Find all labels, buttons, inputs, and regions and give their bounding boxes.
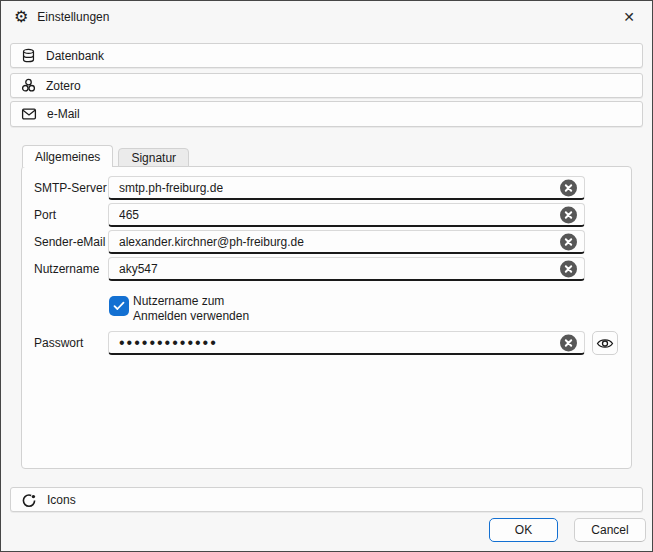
port-row: Port 465 (34, 203, 585, 227)
section-label: Icons (47, 493, 76, 507)
database-icon (21, 48, 36, 63)
clear-icon[interactable] (560, 233, 577, 250)
settings-gear-icon: ⚙ (14, 9, 28, 25)
sender-email-row: Sender-eMail alexander.kirchner@ph-freib… (34, 230, 585, 254)
section-label: Zotero (46, 79, 81, 93)
field-value: smtp.ph-freiburg.de (119, 181, 223, 195)
passwort-row: Passwort ••••••••••••• (34, 331, 619, 355)
use-username-checkbox[interactable] (109, 296, 129, 316)
close-icon[interactable]: ✕ (606, 1, 652, 32)
clear-icon[interactable] (560, 334, 577, 351)
mail-icon (21, 106, 37, 122)
tab-signatur[interactable]: Signatur (118, 148, 189, 167)
tab-allgemeines[interactable]: Allgemeines (22, 145, 113, 167)
clear-icon[interactable] (560, 179, 577, 196)
nutzername-row: Nutzername aky547 (34, 257, 585, 281)
field-value: 465 (119, 208, 139, 222)
title-bar: ⚙ Einstellungen ✕ (1, 1, 652, 33)
field-value: aky547 (119, 262, 158, 276)
section-email[interactable]: e-Mail (10, 101, 643, 127)
nutzername-input[interactable]: aky547 (108, 257, 585, 281)
refresh-icon (21, 492, 37, 508)
email-settings-panel: SMTP-Server smtp.ph-freiburg.de Port 465… (21, 166, 632, 469)
field-label: Port (34, 208, 108, 222)
smtp-server-row: SMTP-Server smtp.ph-freiburg.de (34, 176, 585, 200)
section-label: e-Mail (47, 107, 80, 121)
cancel-button[interactable]: Cancel (574, 518, 646, 542)
port-input[interactable]: 465 (108, 203, 585, 227)
field-label: Nutzername (34, 262, 108, 276)
passwort-input[interactable]: ••••••••••••• (108, 331, 585, 355)
show-password-button[interactable] (592, 331, 618, 355)
check-icon (113, 301, 125, 311)
field-label: Passwort (34, 336, 108, 350)
field-value: alexander.kirchner@ph-freiburg.de (119, 235, 304, 249)
zotero-icon (21, 78, 36, 93)
password-value: ••••••••••••• (119, 333, 218, 353)
smtp-server-input[interactable]: smtp.ph-freiburg.de (108, 176, 585, 200)
field-label: SMTP-Server (34, 181, 108, 195)
eye-icon (596, 337, 614, 350)
section-zotero[interactable]: Zotero (10, 73, 643, 98)
section-label: Datenbank (46, 49, 104, 63)
sender-email-input[interactable]: alexander.kirchner@ph-freiburg.de (108, 230, 585, 254)
field-label: Sender-eMail (34, 235, 108, 249)
clear-icon[interactable] (560, 206, 577, 223)
use-username-row: Nutzername zum Anmelden verwenden (109, 294, 631, 326)
ok-button[interactable]: OK (489, 518, 558, 542)
clear-icon[interactable] (560, 260, 577, 277)
section-datenbank[interactable]: Datenbank (10, 43, 643, 68)
checkbox-label: Nutzername zum Anmelden verwenden (133, 294, 273, 326)
section-icons[interactable]: Icons (10, 487, 643, 512)
settings-dialog: ⚙ Einstellungen ✕ Datenbank Zotero (0, 0, 653, 552)
email-tabs: Allgemeines Signatur (22, 145, 189, 167)
window-title: Einstellungen (37, 10, 109, 24)
